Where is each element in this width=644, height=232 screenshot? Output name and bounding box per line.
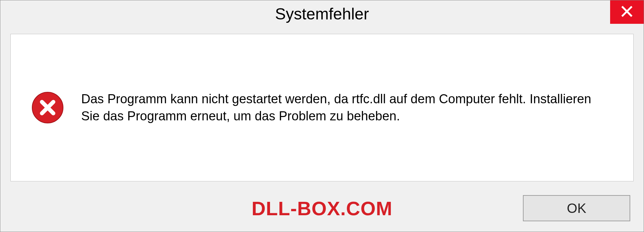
- error-message: Das Programm kann nicht gestartet werden…: [81, 91, 613, 125]
- content-panel: Das Programm kann nicht gestartet werden…: [10, 34, 634, 181]
- close-icon: [621, 5, 633, 19]
- ok-button[interactable]: OK: [523, 195, 630, 221]
- close-button[interactable]: [610, 0, 644, 24]
- dialog-title: Systemfehler: [275, 5, 369, 23]
- error-dialog: Systemfehler Das Programm kann nicht ges…: [0, 0, 644, 232]
- footer: DLL-BOX.COM OK: [0, 188, 644, 232]
- titlebar: Systemfehler: [0, 0, 644, 27]
- watermark-text: DLL-BOX.COM: [252, 197, 392, 220]
- error-icon: [31, 91, 64, 124]
